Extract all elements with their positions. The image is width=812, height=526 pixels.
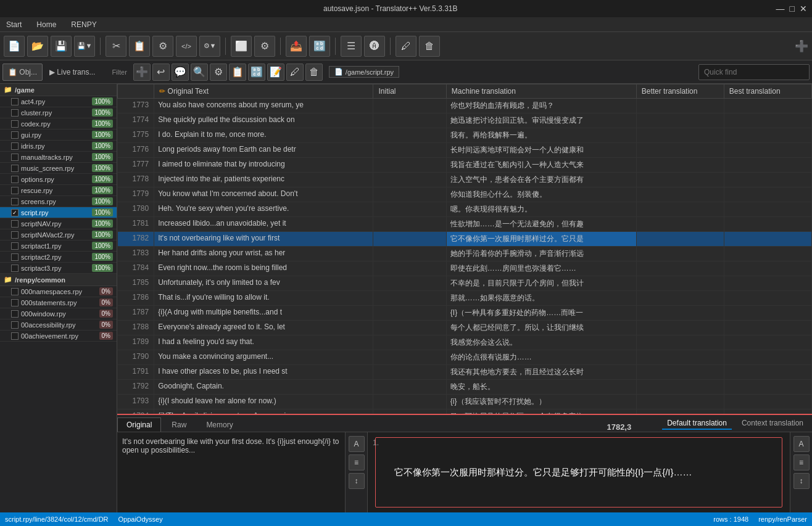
option-context[interactable]: Context translation (737, 417, 808, 430)
toolbar-open[interactable]: 📂 (27, 36, 48, 57)
align-btn2[interactable]: ≡ (349, 454, 365, 471)
sidebar-check-00acc[interactable] (11, 321, 19, 329)
sidebar-check-scriptnavact2[interactable] (11, 231, 19, 239)
sidebar-item-scriptnavact2[interactable]: scriptNAVact2.rpy 100% (0, 229, 117, 240)
sidebar-item-manualtracks[interactable]: manualtracks.rpy 100% (0, 152, 117, 163)
add-btn[interactable]: ➕ (133, 64, 151, 81)
sidebar-check-000win[interactable] (11, 310, 19, 318)
table-row[interactable]: 1791I have other places to be, plus I ne… (118, 365, 812, 380)
search-btn[interactable]: 🔍 (191, 64, 208, 81)
sidebar-check-scriptnav[interactable] (11, 220, 19, 228)
table-row[interactable]: 1786That is...if you're willing to allow… (118, 291, 812, 306)
table-row[interactable]: 1778Injected into the air, patients expe… (118, 173, 812, 187)
table-row[interactable]: 1779You know what I'm concerned about. D… (118, 187, 812, 202)
option-default[interactable]: Default translation (662, 417, 732, 430)
translation-input[interactable]: 它不像你第一次服用时那样过分。它只是足够打开可能性的{I}一点{/I}…… (375, 437, 782, 508)
tab-raw[interactable]: Raw (162, 417, 196, 432)
del-btn[interactable]: 🗑 (305, 64, 323, 81)
sidebar-check-rescue[interactable] (11, 187, 19, 194)
sidebar-check-scriptact1[interactable] (11, 242, 19, 250)
sidebar-check-act4[interactable] (11, 98, 19, 105)
menu-renpy[interactable]: RENPY (68, 19, 99, 30)
sidebar-item-scriptact2[interactable]: scriptact2.rpy 100% (0, 252, 117, 263)
table-row[interactable]: 1782It's not overbearing like with your … (118, 232, 812, 247)
sidebar-item-act4[interactable]: act4.rpy 100% (0, 96, 117, 107)
sidebar-item-scriptact3[interactable]: scriptact3.rpy 100% (0, 263, 117, 274)
toolbar-copy[interactable]: 📋 (129, 36, 150, 57)
title-bar-controls[interactable]: — □ ✕ (776, 4, 807, 14)
edit-btn[interactable]: 🖊 (286, 64, 304, 81)
sidebar-check-000ns[interactable] (11, 288, 19, 295)
menu-home[interactable]: Home (34, 19, 59, 30)
table-row[interactable]: 1784Even right now...the room is being f… (118, 261, 812, 276)
maximize-button[interactable]: □ (790, 4, 795, 14)
sidebar-check-00ach[interactable] (11, 332, 19, 340)
table-row[interactable]: 1793{i}(I should leave her alone for now… (118, 395, 812, 409)
sidebar-check-codex[interactable] (11, 120, 19, 128)
undo-btn[interactable]: ↩ (152, 64, 170, 81)
sidebar-group-renpy[interactable]: 📁 /renpy/common (0, 274, 117, 286)
sidebar-check-scriptact2[interactable] (11, 253, 19, 261)
toolbar-window[interactable]: ⬜ (231, 36, 252, 57)
table-row[interactable]: 1775I do. Explain it to me, once more.我有… (118, 128, 812, 143)
sidebar-item-scriptnav[interactable]: scriptNAV.rpy 100% (0, 218, 117, 229)
toolbar-text[interactable]: 🅐 (364, 36, 385, 57)
close-button[interactable]: ✕ (800, 4, 807, 14)
toolbar-add[interactable]: ➕ (795, 39, 808, 53)
sidebar-item-scriptact1[interactable]: scriptact1.rpy 100% (0, 240, 117, 252)
toolbar-settings[interactable]: ⚙ (152, 36, 173, 57)
toolbar-code[interactable]: </> (176, 36, 197, 57)
table-row[interactable]: 1787{i}(A drug with multiple benefits...… (118, 306, 812, 321)
sidebar-item-codex[interactable]: codex.rpy 100% (0, 118, 117, 129)
table-row[interactable]: 1790You make a convincing argument...你的论… (118, 350, 812, 365)
tab-memory[interactable]: Memory (197, 417, 242, 432)
table-row[interactable]: 1773You also have concerns about my seru… (118, 99, 812, 113)
sidebar-item-idris[interactable]: idris.rpy 100% (0, 141, 117, 152)
sidebar-item-00ach[interactable]: 00achievement.rpy 0% (0, 331, 117, 342)
sidebar-check-000st[interactable] (11, 299, 19, 306)
toolbar-save[interactable]: 💾 (51, 36, 72, 57)
sidebar-item-000win[interactable]: 000window.rpy 0% (0, 308, 117, 319)
font-btn[interactable]: 🔡 (248, 64, 265, 81)
sidebar-check-manualtracks[interactable] (11, 154, 19, 161)
sidebar-check-music[interactable] (11, 165, 19, 172)
font-size-btn[interactable]: A (349, 436, 365, 452)
tab-objects[interactable]: 📋 Obj... (2, 64, 43, 81)
table-row[interactable]: 1774She quickly pulled the discussion ba… (118, 113, 812, 128)
toolbar-save-as[interactable]: 💾▼ (74, 36, 95, 57)
table-row[interactable]: 1789I had a feeling you'd say that.我感觉你会… (118, 335, 812, 350)
toolbar-pen[interactable]: 🖊 (396, 36, 416, 57)
sidebar-item-script[interactable]: ✓ script.rpy 100% (0, 207, 117, 218)
table-row[interactable]: 1785Unfortunately, it's only limited to … (118, 276, 812, 291)
table-row[interactable]: 1780Heh. You're sexy when you're asserti… (118, 202, 812, 217)
sidebar-item-music[interactable]: music_screen.rpy 100% (0, 163, 117, 174)
toolbar-new[interactable]: 📄 (4, 36, 25, 57)
table-row[interactable]: 1777I aimed to eliminate that by introdu… (118, 158, 812, 173)
toolbar-cut[interactable]: ✂ (106, 36, 126, 57)
table-row[interactable]: 1788Everyone's already agreed to it. So,… (118, 321, 812, 335)
sidebar-check-idris[interactable] (11, 142, 19, 150)
sidebar-check-screens[interactable] (11, 198, 19, 205)
toolbar-settings2[interactable]: ⚙▼ (199, 36, 220, 57)
scroll-btn[interactable]: ↕ (349, 473, 365, 489)
table-row[interactable]: 1781Increased libido...an unavoidable, y… (118, 217, 812, 232)
sidebar-group-game[interactable]: 📁 /game (0, 84, 117, 96)
toolbar-list[interactable]: ☰ (341, 36, 362, 57)
align-btn-right[interactable]: ≡ (793, 454, 810, 471)
sidebar-check-gui[interactable] (11, 131, 19, 139)
table-row[interactable]: 1776Long periods away from Earth can be … (118, 143, 812, 158)
sidebar-item-options[interactable]: options.rpy 100% (0, 174, 117, 185)
tab-original[interactable]: Original (117, 417, 161, 432)
sidebar-item-rescue[interactable]: rescue.rpy 100% (0, 185, 117, 196)
sidebar-item-gui[interactable]: gui.rpy 100% (0, 129, 117, 141)
sidebar-check-cluster[interactable] (11, 109, 19, 117)
sidebar-item-cluster[interactable]: cluster.rpy 100% (0, 107, 117, 118)
scroll-btn-right[interactable]: ↕ (793, 473, 810, 489)
sidebar-item-screens[interactable]: screens.rpy 100% (0, 196, 117, 207)
settings-btn[interactable]: ⚙ (210, 64, 227, 81)
table-row[interactable]: 1794{i}(The Agni's living quarters. A ro… (118, 409, 812, 414)
minimize-button[interactable]: — (776, 4, 785, 14)
toolbar-export[interactable]: 📤 (286, 36, 307, 57)
sidebar-item-000st[interactable]: 000statements.rpy 0% (0, 297, 117, 308)
table-row[interactable]: 1783Her hand drifts along your wrist, as… (118, 247, 812, 261)
